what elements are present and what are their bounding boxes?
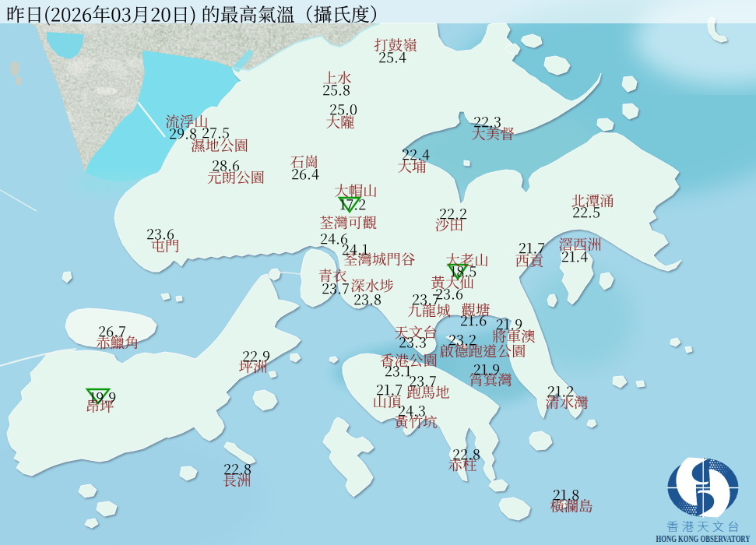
svg-text:HONG KONG OBSERVATORY: HONG KONG OBSERVATORY [656, 534, 751, 543]
